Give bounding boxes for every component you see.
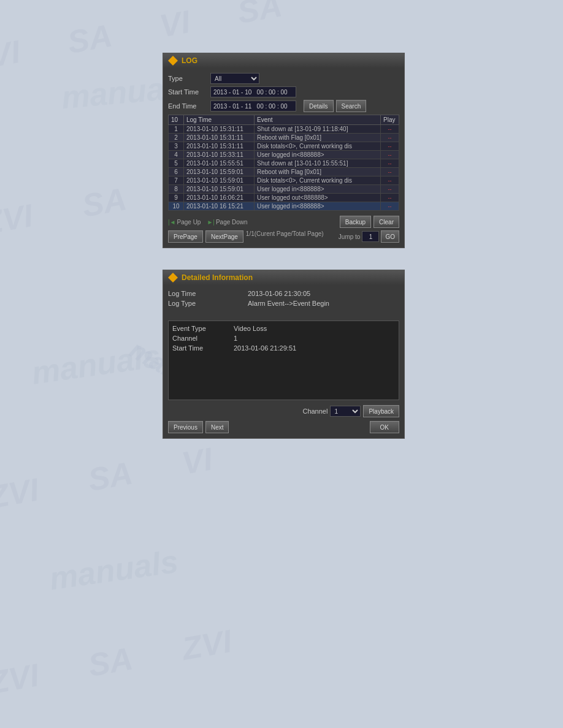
- log-dialog-title: LOG: [163, 53, 404, 68]
- row-num: 8: [169, 185, 184, 194]
- row-event: Reboot with Flag [0x01]: [255, 168, 381, 176]
- row-time: 2013-01-10 15:55:51: [184, 159, 255, 168]
- row-num: 3: [169, 142, 184, 151]
- table-row[interactable]: 3 2013-01-10 15:31:11 Disk totals<0>, Cu…: [169, 142, 399, 151]
- end-time-row: End Time Details Search: [168, 100, 399, 112]
- table-row[interactable]: 8 2013-01-10 15:59:01 User logged in<888…: [169, 185, 399, 194]
- row-play: --: [381, 202, 399, 211]
- type-select[interactable]: All System Alarm Operation: [210, 73, 259, 84]
- row-play: --: [381, 151, 399, 159]
- table-row[interactable]: 2 2013-01-10 15:31:11 Reboot with Flag […: [169, 134, 399, 142]
- row-event: User logged in<888888>: [255, 185, 381, 194]
- detail-dialog: Detailed Information Log Time 2013-01-06…: [163, 270, 405, 439]
- next-page-button[interactable]: NextPage: [205, 230, 243, 243]
- row-event: Shut down at [13-01-10 15:55:51]: [255, 159, 381, 168]
- row-event: User logged out<888888>: [255, 194, 381, 202]
- row-event: Shut down at [13-01-09 11:18:40]: [255, 125, 381, 134]
- jump-input[interactable]: [362, 231, 379, 242]
- row-play: --: [381, 194, 399, 202]
- col-event: Event: [255, 115, 381, 125]
- previous-button[interactable]: Previous: [168, 421, 203, 433]
- table-row[interactable]: 1 2013-01-10 15:31:11 Shut down at [13-0…: [169, 125, 399, 134]
- start-time-input[interactable]: [210, 86, 296, 97]
- page-up-icon: |◄: [168, 219, 176, 226]
- row-event: User logged in<888888>: [255, 202, 381, 211]
- row-time: 2013-01-10 16 15:21: [184, 202, 255, 211]
- page-down-text[interactable]: Page Down: [216, 219, 248, 226]
- next-button[interactable]: Next: [205, 421, 229, 433]
- table-row[interactable]: 6 2013-01-10 15:59:01 Reboot with Flag […: [169, 168, 399, 176]
- row-num: 4: [169, 151, 184, 159]
- end-time-input[interactable]: [210, 100, 296, 112]
- jump-row: Jump to GO: [339, 230, 399, 243]
- table-row[interactable]: 7 2013-01-10 15:59:01 Disk totals<0>, Cu…: [169, 176, 399, 185]
- col-time: Log Time: [184, 115, 255, 125]
- row-num: 2: [169, 134, 184, 142]
- ok-button[interactable]: OK: [370, 421, 399, 433]
- channel-label: Channel: [172, 335, 234, 342]
- page-nav-left: |◄ Page Up ►| Page Down: [168, 219, 248, 226]
- row-play: --: [381, 142, 399, 151]
- row-num: 5: [169, 159, 184, 168]
- row-play: --: [381, 159, 399, 168]
- start-time-value2: 2013-01-06 21:29:51: [234, 344, 296, 352]
- event-type-row: Event Type Video Loss: [172, 325, 395, 332]
- dialog-logo-icon: [168, 56, 178, 66]
- detail-log-time-label: Log Time: [168, 290, 248, 297]
- col-play: Play: [381, 115, 399, 125]
- detail-info-box: Event Type Video Loss Channel 1 Start Ti…: [168, 320, 399, 400]
- row-time: 2013-01-10 15:31:11: [184, 142, 255, 151]
- backup-button[interactable]: Backup: [340, 216, 371, 228]
- row-time: 2013-01-10 15:59:01: [184, 185, 255, 194]
- row-time: 2013-01-10 15:33:11: [184, 151, 255, 159]
- end-time-label: End Time: [168, 102, 208, 110]
- col-num: 10: [169, 115, 184, 125]
- log-dialog-content: Type All System Alarm Operation Start Ti…: [163, 68, 404, 248]
- channel-select-label: Channel: [302, 408, 327, 415]
- row-play: --: [381, 125, 399, 134]
- row-time: 2013-01-10 15:31:11: [184, 125, 255, 134]
- table-row[interactable]: 4 2013-01-10 15:33:11 User logged in<888…: [169, 151, 399, 159]
- row-play: --: [381, 168, 399, 176]
- go-button[interactable]: GO: [381, 230, 399, 243]
- detail-log-type-row: Log Type Alarm Event-->Event Begin: [168, 300, 399, 307]
- playback-button[interactable]: Playback: [363, 405, 399, 417]
- page-up-text[interactable]: Page Up: [177, 219, 201, 226]
- type-label: Type: [168, 75, 208, 82]
- row-num: 1: [169, 125, 184, 134]
- detail-log-time-value: 2013-01-06 21:30:05: [248, 290, 310, 297]
- channel-value: 1: [234, 335, 237, 342]
- log-title-text: LOG: [182, 56, 197, 65]
- start-time-row: Start Time: [168, 86, 399, 97]
- start-time-label: Start Time: [168, 88, 208, 96]
- table-row[interactable]: 9 2013-01-10 16:06:21 User logged out<88…: [169, 194, 399, 202]
- page-info-text: 1/1(Curent Page/Total Page): [246, 230, 324, 243]
- row-time: 2013-01-10 15:59:01: [184, 168, 255, 176]
- detail-dialog-content: Log Time 2013-01-06 21:30:05 Log Type Al…: [163, 285, 404, 438]
- channel-select[interactable]: 1 2 3 4: [330, 406, 361, 417]
- table-row[interactable]: 10 2013-01-10 16 15:21 User logged in<88…: [169, 202, 399, 211]
- log-table: 10 Log Time Event Play 1 2013-01-10 15:3…: [168, 115, 399, 211]
- row-play: --: [381, 134, 399, 142]
- start-time-label2: Start Time: [172, 344, 234, 352]
- row-time: 2013-01-10 16:06:21: [184, 194, 255, 202]
- row-num: 6: [169, 168, 184, 176]
- detail-nav-buttons: Previous Next: [168, 421, 229, 433]
- row-play: --: [381, 185, 399, 194]
- channel-playback-row: Channel 1 2 3 4 Playback: [168, 405, 399, 417]
- row-event: Disk totals<0>, Current working dis: [255, 142, 381, 151]
- log-dialog: LOG Type All System Alarm Operation Star…: [163, 53, 405, 248]
- row-event: User logged in<888888>: [255, 151, 381, 159]
- table-row[interactable]: 5 2013-01-10 15:55:51 Shut down at [13-0…: [169, 159, 399, 168]
- detail-log-type-value: Alarm Event-->Event Begin: [248, 300, 329, 307]
- details-button[interactable]: Details: [304, 100, 334, 112]
- detail-dialog-logo-icon: [168, 273, 178, 282]
- detail-log-time-row: Log Time 2013-01-06 21:30:05: [168, 290, 399, 297]
- jump-label: Jump to: [339, 233, 361, 240]
- detail-title-text: Detailed Information: [182, 273, 253, 282]
- channel-row: Channel 1: [172, 335, 395, 342]
- clear-button[interactable]: Clear: [373, 216, 399, 228]
- search-button[interactable]: Search: [336, 100, 367, 112]
- prev-page-button[interactable]: PrePage: [168, 230, 203, 243]
- row-event: Reboot with Flag [0x01]: [255, 134, 381, 142]
